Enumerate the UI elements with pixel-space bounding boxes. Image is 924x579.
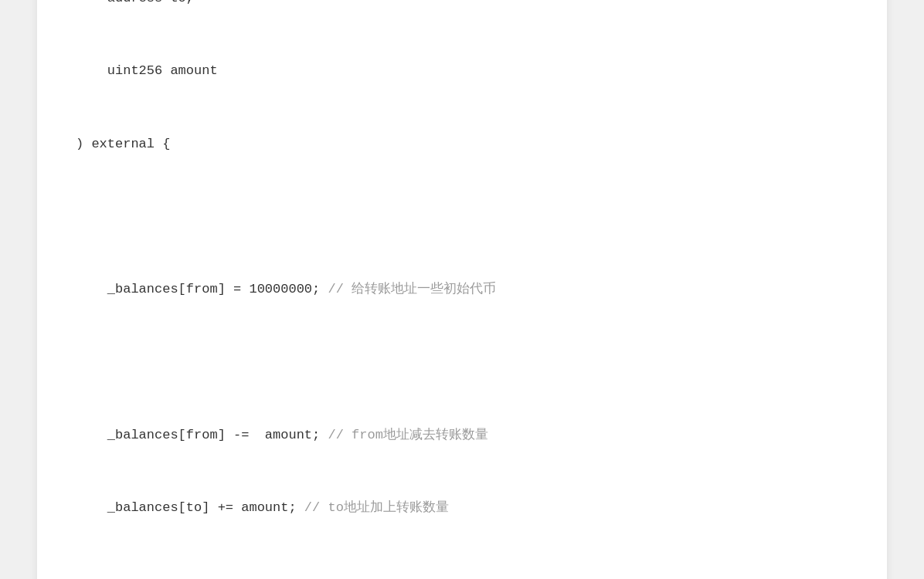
- code-card: // 定义_transfer函数，执行转账逗辑 function _transf…: [37, 0, 887, 579]
- line-11: _balances[to] += amount; // to地址加上转账数量: [76, 496, 848, 520]
- line-8: _balances[from] = 10000000; // 给转账地址一些初始…: [76, 277, 848, 301]
- code-block: // 定义_transfer函数，执行转账逗辑 function _transf…: [76, 0, 848, 579]
- line-5: uint256 amount: [76, 59, 848, 83]
- line-4: address to,: [76, 0, 848, 10]
- line-7-empty: [76, 205, 848, 229]
- line-9-empty: [76, 350, 848, 374]
- line-6: ) external {: [76, 132, 848, 156]
- line-12-empty: [76, 569, 848, 579]
- line-10: _balances[from] -= amount; // from地址减去转账…: [76, 423, 848, 447]
